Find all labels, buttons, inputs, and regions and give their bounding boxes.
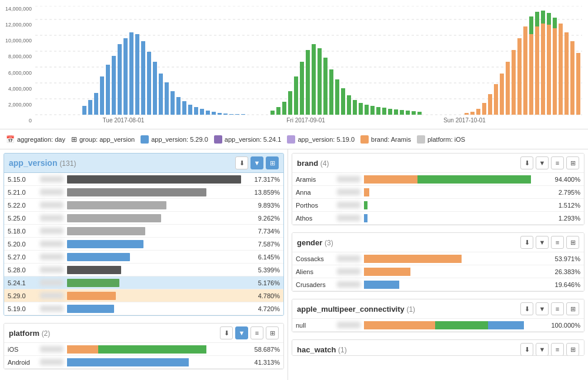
legend-platform-ios[interactable]: platform: iOS — [417, 135, 465, 144]
row-pct: 6.145% — [245, 254, 280, 261]
row-blurred: xxxxxxxxx — [40, 176, 64, 182]
platform-download-btn[interactable]: ⬇ — [220, 326, 233, 339]
legend-aggregation[interactable]: 📅 aggregation: day — [6, 135, 65, 144]
legend-appversion-519[interactable]: app_version: 5.19.0 — [287, 135, 355, 144]
brand-settings-btn[interactable]: ⊞ — [566, 156, 579, 169]
svg-text:Sun 2017-10-01: Sun 2017-10-01 — [443, 117, 486, 124]
svg-rect-16 — [129, 32, 133, 115]
row-pct: 4.780% — [245, 292, 280, 299]
row-bar — [67, 305, 241, 313]
bar-orange — [364, 321, 435, 329]
table-row: 5.19.0 xxxxxxxxx 4.720% — [4, 302, 283, 315]
apple-settings-btn[interactable]: ⊞ — [566, 302, 579, 315]
svg-rect-27 — [194, 107, 198, 115]
legend-aggregation-label: aggregation: day — [17, 136, 65, 143]
appversion-count: (131) — [59, 159, 76, 168]
svg-rect-32 — [223, 114, 228, 115]
svg-rect-68 — [500, 74, 504, 115]
svg-rect-9 — [88, 100, 92, 115]
gender-rows: Cossacks xxxxxxxxx 53.971% Aliens xxxxxx… — [292, 252, 584, 291]
gender-download-btn[interactable]: ⬇ — [520, 236, 533, 249]
svg-rect-85 — [547, 13, 551, 25]
platform-list-btn[interactable]: ≡ — [250, 326, 263, 339]
hac-list-btn[interactable]: ≡ — [551, 343, 564, 356]
legend-appversion-524[interactable]: app_version: 5.24.1 — [214, 135, 282, 144]
svg-rect-40 — [294, 76, 298, 115]
brand-filter-btn[interactable]: ▼ — [536, 156, 549, 169]
row-label: 5.15.0 — [8, 176, 40, 183]
bar-bg — [67, 175, 241, 184]
row-pct: 2.795% — [545, 189, 580, 196]
brand-list-btn[interactable]: ≡ — [551, 156, 564, 169]
row-blurred: xxxxxxxxx — [337, 176, 360, 182]
svg-rect-52 — [365, 105, 369, 115]
legend-group-label: group: app_version — [79, 136, 135, 143]
row-blurred: xxxxxxxxx — [40, 305, 64, 312]
row-pct: 94.400% — [545, 176, 580, 183]
bar-bg — [67, 266, 121, 274]
svg-rect-13 — [112, 56, 116, 115]
row-pct: 7.734% — [245, 228, 280, 235]
brand-section: brand (4) ⬇ ▼ ≡ ⊞ Aramis xxxxxxxxx — [292, 153, 584, 225]
row-bar — [364, 175, 542, 184]
svg-rect-35 — [241, 114, 245, 115]
row-pct: 58.687% — [245, 346, 280, 353]
bar-green — [435, 321, 489, 329]
gender-header: gender (3) ⬇ ▼ ≡ ⊞ — [292, 233, 584, 252]
appversion-download-btn[interactable]: ⬇ — [235, 156, 248, 169]
svg-rect-60 — [412, 111, 416, 115]
row-pct: 9.262% — [245, 215, 280, 222]
brand-download-btn[interactable]: ⬇ — [520, 156, 533, 169]
table-row: 5.24.1 xxxxxxxxx 5.176% — [4, 276, 283, 289]
apple-list-btn[interactable]: ≡ — [551, 302, 564, 315]
row-bar — [67, 227, 241, 235]
apple-filter-btn[interactable]: ▼ — [536, 302, 549, 315]
apple-actions: ⬇ ▼ ≡ ⊞ — [520, 302, 579, 315]
legend-label-529: app_version: 5.29.0 — [151, 136, 208, 143]
platform-settings-btn[interactable]: ⊞ — [266, 326, 279, 339]
gender-list-btn[interactable]: ≡ — [551, 236, 564, 249]
svg-rect-81 — [576, 53, 580, 115]
svg-rect-53 — [370, 106, 375, 115]
legend-group[interactable]: ⊞ group: app_version — [71, 135, 135, 144]
hac-settings-btn[interactable]: ⊞ — [566, 343, 579, 356]
bar-bg — [67, 305, 114, 313]
legend-swatch-aramis — [360, 135, 369, 144]
bar-orange — [364, 268, 410, 276]
legend-swatch-519 — [287, 135, 295, 144]
svg-rect-45 — [323, 58, 328, 115]
brand-actions: ⬇ ▼ ≡ ⊞ — [520, 156, 579, 169]
row-blurred: xxxxxxxxx — [40, 279, 64, 286]
svg-rect-37 — [276, 107, 280, 115]
hac-filter-btn[interactable]: ▼ — [536, 343, 549, 356]
row-pct: 1.293% — [545, 215, 580, 222]
legend-brand-aramis[interactable]: brand: Aramis — [360, 135, 411, 144]
bar-bg — [67, 227, 145, 235]
table-row: iOS xxxxxxxxx 58.687% — [4, 343, 283, 356]
hac-download-btn[interactable]: ⬇ — [520, 343, 533, 356]
svg-rect-8 — [82, 106, 86, 115]
apple-count: (1) — [406, 305, 415, 314]
row-blurred: xxxxxxxxx — [337, 281, 360, 288]
row-pct: 5.399% — [245, 266, 280, 274]
bar-orange — [67, 345, 98, 354]
row-pct: 9.893% — [245, 202, 280, 209]
svg-rect-38 — [282, 102, 286, 115]
apple-title: apple_multipeer_connectivity (1) — [297, 305, 415, 314]
apple-download-btn[interactable]: ⬇ — [520, 302, 533, 315]
table-row: 5.20.0 xxxxxxxxx 7.587% — [4, 238, 283, 251]
row-label: 5.20.0 — [8, 241, 40, 248]
row-blurred: xxxxxxxxx — [337, 215, 360, 221]
svg-rect-56 — [388, 109, 392, 115]
platform-filter-btn[interactable]: ▼ — [235, 326, 248, 339]
appversion-grid-btn[interactable]: ⊞ — [266, 156, 279, 169]
legend-bar: 📅 aggregation: day ⊞ group: app_version … — [0, 129, 588, 149]
row-bar — [67, 358, 241, 366]
gender-settings-btn[interactable]: ⊞ — [566, 236, 579, 249]
appversion-filter-btn[interactable]: ▼ — [250, 156, 263, 169]
svg-rect-51 — [359, 103, 363, 115]
legend-appversion-529[interactable]: app_version: 5.29.0 — [141, 135, 208, 144]
gender-filter-btn[interactable]: ▼ — [536, 236, 549, 249]
svg-rect-58 — [400, 110, 404, 115]
row-bar — [67, 240, 241, 248]
